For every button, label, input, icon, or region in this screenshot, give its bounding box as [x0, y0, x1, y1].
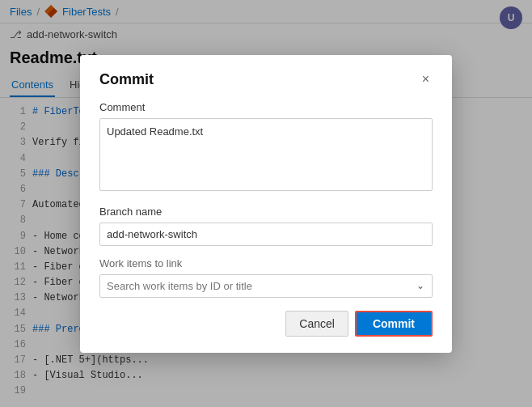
comment-textarea[interactable]: Updated Readme.txt [99, 118, 433, 191]
dialog-footer: Cancel Commit [99, 311, 433, 337]
modal-overlay: Commit × Comment Updated Readme.txt Bran… [0, 0, 532, 407]
dialog-header: Commit × [99, 71, 433, 88]
work-items-input[interactable] [99, 274, 433, 298]
cancel-button[interactable]: Cancel [285, 311, 348, 337]
branch-name-input[interactable] [99, 223, 433, 246]
close-button[interactable]: × [419, 71, 433, 87]
commit-dialog: Commit × Comment Updated Readme.txt Bran… [80, 55, 452, 353]
dialog-title: Commit [99, 71, 154, 88]
commit-button[interactable]: Commit [355, 311, 433, 337]
work-items-wrapper: ⌄ [99, 274, 433, 298]
comment-label: Comment [99, 101, 433, 113]
branch-label: Branch name [99, 206, 433, 218]
branch-field-group: Branch name [99, 206, 433, 246]
work-items-label: Work items to link [99, 257, 433, 269]
